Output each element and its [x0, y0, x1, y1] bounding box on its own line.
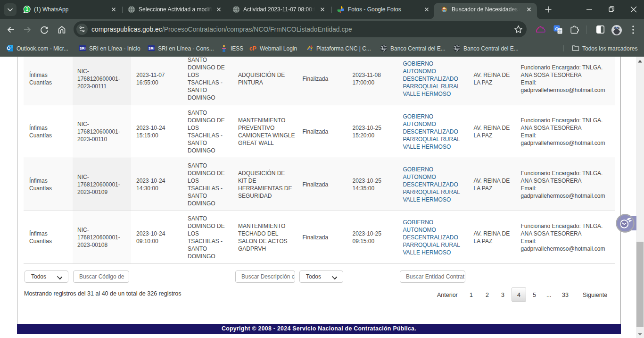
svg-text:1: 1 [25, 7, 28, 12]
svg-text:SRi: SRi [149, 46, 155, 51]
svg-text:文: 文 [558, 29, 562, 34]
svg-text:cP: cP [249, 45, 256, 52]
svg-text:SRi: SRi [80, 46, 86, 51]
